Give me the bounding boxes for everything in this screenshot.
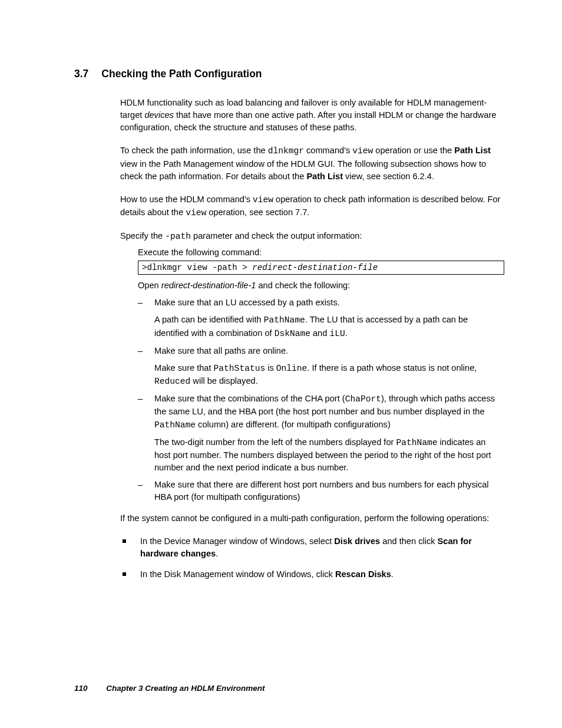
page-number: 110 [74,684,88,693]
list-item: Make sure that there are different host … [138,479,504,503]
list-item: In the Device Manager window of Windows,… [120,535,504,560]
paragraph: Open redirect-destination-file-1 and che… [138,279,504,292]
paragraph: HDLM functionality such as load balancin… [120,97,504,134]
chapter-label: Chapter 3 Creating an HDLM Environment [106,684,265,693]
list-item: Make sure that all paths are online. Mak… [138,345,504,388]
list-line: Make sure that the combinations of the C… [154,393,504,431]
code-box: >dlnkmgr view -path > redirect-destinati… [138,261,504,275]
page-footer: 110 Chapter 3 Creating an HDLM Environme… [74,684,265,693]
paragraph: How to use the HDLM command's view opera… [120,193,504,219]
command-label: Execute the following command: [138,246,504,259]
list-item: Make sure that an LU accessed by a path … [138,297,504,340]
list-sub: The two-digit number from the left of th… [154,436,504,474]
list-sub: Make sure that PathStatus is Online. If … [154,362,504,388]
paragraph: Specify the -path parameter and check th… [120,230,504,243]
section-number: 3.7 [74,68,88,80]
paragraph: To check the path information, use the d… [120,144,504,182]
command-block: Execute the following command: >dlnkmgr … [138,246,504,292]
square-list: In the Device Manager window of Windows,… [120,535,504,581]
list-sub: A path can be identified with PathName. … [154,314,504,340]
body-text: HDLM functionality such as load balancin… [120,97,504,581]
list-item: Make sure that the combinations of the C… [138,393,504,474]
paragraph: If the system cannot be configured in a … [120,512,504,525]
page-content: 3.7 Checking the Path Configuration HDLM… [0,0,562,581]
dash-list: Make sure that an LU accessed by a path … [138,297,504,503]
list-item: In the Disk Management window of Windows… [120,568,504,581]
section-title: Checking the Path Configuration [101,68,262,80]
section-heading: 3.7 Checking the Path Configuration [74,68,504,80]
